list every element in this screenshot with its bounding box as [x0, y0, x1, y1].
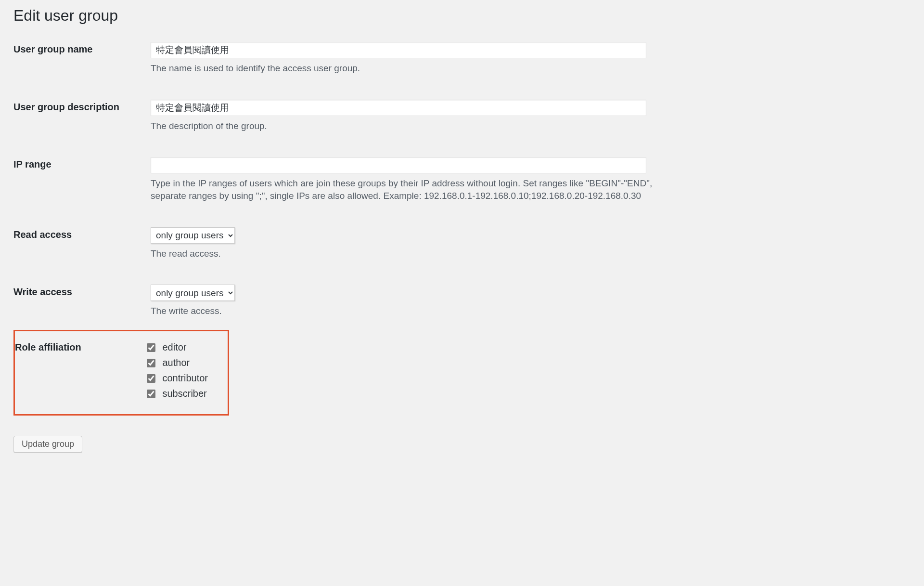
user-group-description-input[interactable] [151, 100, 646, 116]
role-label: contributor [163, 373, 208, 384]
role-label: editor [163, 342, 187, 353]
role-item-editor: editor [145, 342, 223, 353]
label-role-affiliation: Role affiliation [14, 330, 145, 415]
read-access-select[interactable]: only group users [151, 227, 235, 244]
update-group-button[interactable]: Update group [13, 436, 82, 453]
role-checkbox-contributor[interactable] [147, 374, 155, 383]
role-item-author: author [145, 357, 223, 369]
role-label: subscriber [163, 388, 207, 399]
page-title: Edit user group [13, 7, 911, 25]
label-user-group-name: User group name [13, 29, 151, 87]
user-group-name-input[interactable] [151, 42, 646, 58]
ip-range-input[interactable] [151, 157, 646, 173]
label-ip-range: IP range [13, 144, 151, 214]
label-user-group-description: User group description [13, 87, 151, 145]
write-access-select[interactable]: only group users [151, 285, 235, 301]
role-checkbox-author[interactable] [147, 359, 155, 367]
user-group-description-desc: The description of the group. [151, 120, 654, 132]
label-write-access: Write access [13, 272, 151, 330]
label-read-access: Read access [13, 215, 151, 273]
role-item-subscriber: subscriber [145, 388, 223, 400]
role-checkbox-editor[interactable] [147, 343, 155, 352]
role-label: author [163, 357, 190, 368]
role-affiliation-section: Role affiliation editor author contribut… [13, 330, 229, 416]
role-item-contributor: contributor [145, 373, 223, 384]
write-access-desc: The write access. [151, 305, 654, 317]
user-group-name-desc: The name is used to identify the access … [151, 62, 654, 75]
read-access-desc: The read access. [151, 247, 654, 260]
role-checkbox-subscriber[interactable] [147, 390, 155, 398]
ip-range-desc: Type in the IP ranges of users which are… [151, 177, 654, 202]
